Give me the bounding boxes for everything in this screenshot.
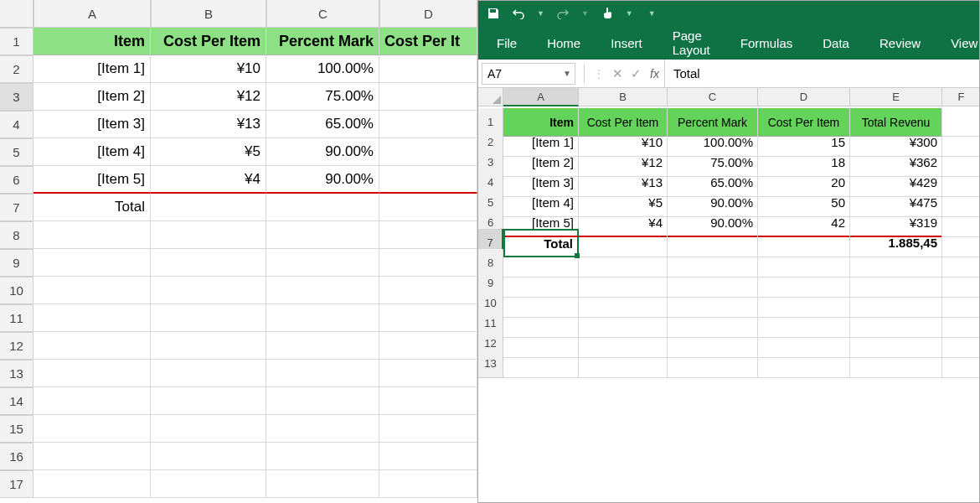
row-header-12[interactable]: 12 [0, 332, 34, 360]
row-header-9[interactable]: 9 [0, 249, 34, 277]
cell-C2[interactable]: 100.00% [266, 55, 379, 83]
save-icon[interactable] [487, 7, 500, 20]
cell-A9[interactable] [34, 249, 151, 277]
cancel-icon[interactable]: ✕ [608, 66, 627, 81]
cell-A8[interactable] [34, 221, 151, 249]
cell-D10[interactable] [379, 277, 477, 304]
cell-B11[interactable] [151, 304, 266, 332]
cell-C11[interactable] [266, 304, 379, 332]
undo-icon[interactable] [512, 7, 525, 20]
undo-dropdown-icon[interactable]: ▼ [537, 9, 544, 18]
right-grid[interactable]: A B C D E F 1 Item Cost Per Item Percent… [478, 88, 979, 370]
header-cost2[interactable]: Cost Per It [379, 28, 477, 55]
cell-A10[interactable] [34, 277, 151, 304]
col-header-B[interactable]: B [579, 88, 668, 106]
fx-icon[interactable]: fx [650, 67, 659, 80]
cell-A4[interactable]: [Item 3] [34, 111, 151, 138]
tab-view[interactable]: View [947, 29, 980, 57]
row-header-15[interactable]: 15 [0, 415, 34, 443]
cell-C10[interactable] [266, 277, 379, 304]
tab-home[interactable]: Home [544, 29, 584, 57]
col-header-C[interactable]: C [266, 0, 379, 28]
cell-C3[interactable]: 75.00% [266, 83, 379, 111]
row-header-4[interactable]: 4 [0, 111, 34, 138]
cell-D17[interactable] [379, 470, 477, 498]
cell-B16[interactable] [151, 443, 266, 470]
redo-dropdown-icon[interactable]: ▼ [581, 9, 589, 18]
col-header-D[interactable]: D [379, 0, 477, 28]
cell-A13[interactable] [503, 350, 579, 378]
cell-B4[interactable]: ¥13 [151, 111, 266, 138]
tab-data[interactable]: Data [819, 29, 853, 57]
cell-B8[interactable] [151, 221, 266, 249]
tab-insert[interactable]: Insert [607, 29, 646, 57]
cell-A15[interactable] [34, 415, 151, 443]
col-header-E[interactable]: E [850, 88, 942, 106]
row-header-17[interactable]: 17 [0, 470, 34, 498]
cell-D15[interactable] [379, 415, 477, 443]
cell-A5[interactable]: [Item 4] [34, 138, 151, 166]
col-header-D[interactable]: D [758, 88, 850, 106]
cell-A6[interactable]: [Item 5] [34, 166, 151, 194]
cell-C9[interactable] [266, 249, 379, 277]
name-box[interactable]: A7 ▼ [482, 63, 575, 85]
header-cost[interactable]: Cost Per Item [151, 28, 266, 55]
row-header-10[interactable]: 10 [0, 277, 34, 304]
cell-A16[interactable] [34, 443, 151, 470]
row-header-16[interactable]: 16 [0, 443, 34, 470]
cell-D2[interactable] [379, 55, 477, 83]
row-header-6[interactable]: 6 [0, 166, 34, 194]
col-header-B[interactable]: B [151, 0, 266, 28]
cell-D11[interactable] [379, 304, 477, 332]
cell-D13[interactable] [758, 350, 850, 378]
cell-D16[interactable] [379, 443, 477, 470]
header-percent[interactable]: Percent Mark [266, 28, 379, 55]
cell-B6[interactable]: ¥4 [151, 166, 266, 194]
cell-D3[interactable] [379, 83, 477, 111]
cell-C6[interactable]: 90.00% [266, 166, 379, 194]
row-header-3[interactable]: 3 [0, 83, 34, 111]
tab-page-layout[interactable]: Page Layout [669, 22, 714, 64]
cell-B2[interactable]: ¥10 [151, 55, 266, 83]
cell-D12[interactable] [379, 332, 477, 360]
cell-D14[interactable] [379, 387, 477, 415]
cell-C8[interactable] [266, 221, 379, 249]
col-header-C[interactable]: C [668, 88, 758, 106]
cell-C13[interactable] [668, 350, 758, 378]
cell-C14[interactable] [266, 387, 379, 415]
redo-icon[interactable] [556, 7, 570, 20]
tab-formulas[interactable]: Formulas [737, 29, 797, 57]
cell-C12[interactable] [266, 332, 379, 360]
expand-icon[interactable]: ⋮ [593, 67, 605, 80]
cell-C16[interactable] [266, 443, 379, 470]
col-header-A[interactable]: A [503, 88, 579, 106]
cell-A7[interactable]: Total [503, 229, 579, 257]
cell-C5[interactable]: 90.00% [266, 138, 379, 166]
cell-A7[interactable]: Total [34, 194, 151, 221]
cell-C17[interactable] [266, 470, 379, 498]
cell-D7[interactable] [379, 194, 477, 221]
cell-B15[interactable] [151, 415, 266, 443]
row-header-2[interactable]: 2 [0, 55, 34, 83]
cell-C13[interactable] [266, 360, 379, 387]
cell-B7[interactable] [151, 194, 266, 221]
cell-D5[interactable] [379, 138, 477, 166]
cell-A12[interactable] [34, 332, 151, 360]
cell-A17[interactable] [34, 470, 151, 498]
row-header-11[interactable]: 11 [0, 304, 34, 332]
cell-B17[interactable] [151, 470, 266, 498]
cell-A3[interactable]: [Item 2] [34, 83, 151, 111]
cell-D8[interactable] [379, 221, 477, 249]
cell-C7[interactable] [266, 194, 379, 221]
cell-A14[interactable] [34, 387, 151, 415]
left-grid[interactable]: A B C D 1 Item Cost Per Item Percent Mar… [0, 0, 477, 498]
cell-E13[interactable] [850, 350, 942, 378]
row-header-13[interactable]: 13 [0, 360, 34, 387]
cell-B14[interactable] [151, 387, 266, 415]
cell-B5[interactable]: ¥5 [151, 138, 266, 166]
cell-D4[interactable] [379, 111, 477, 138]
cell-B9[interactable] [151, 249, 266, 277]
name-box-dropdown-icon[interactable]: ▼ [563, 69, 571, 78]
cell-B10[interactable] [151, 277, 266, 304]
cell-C15[interactable] [266, 415, 379, 443]
